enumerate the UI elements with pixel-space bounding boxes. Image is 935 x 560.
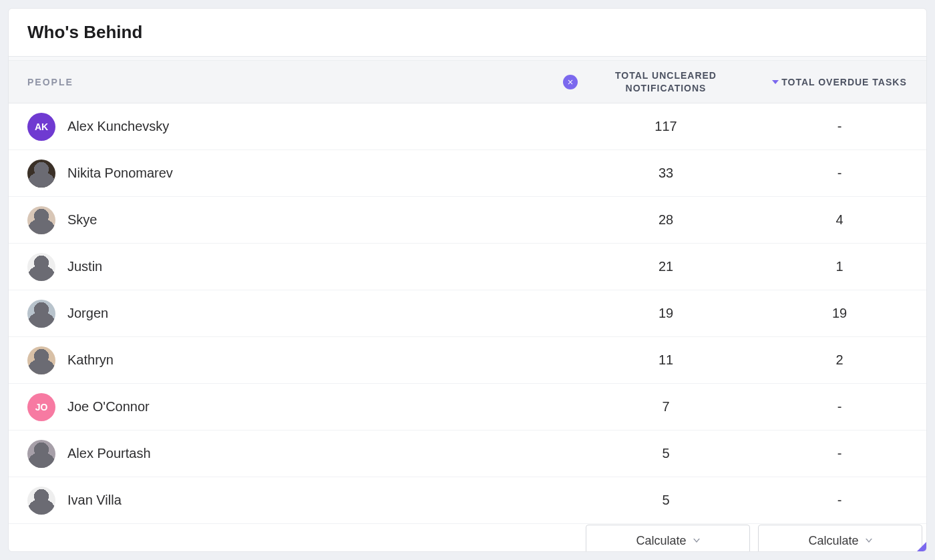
calculate-notifications-button[interactable]: Calculate [586, 525, 750, 552]
avatar[interactable] [27, 160, 55, 188]
cell-overdue: - [753, 399, 926, 414]
table-footer: Calculate Calculate [9, 524, 926, 552]
person-name: Alex Pourtash [67, 446, 151, 461]
column-header-notifications-label: TOTAL UNCLEARED NOTIFICATIONS [615, 69, 717, 93]
cell-notifications: 7 [579, 399, 753, 414]
cell-overdue: 1 [753, 259, 926, 274]
calculate-overdue-button[interactable]: Calculate [758, 525, 922, 552]
cell-overdue: - [753, 493, 926, 508]
table-row[interactable]: AKAlex Kunchevsky117- [9, 103, 926, 150]
sort-indicator: TOTAL OVERDUE TASKS [772, 76, 907, 88]
person-name: Justin [67, 259, 102, 274]
table-row[interactable]: Kathryn112 [9, 337, 926, 384]
column-header-notifications[interactable]: TOTAL UNCLEARED NOTIFICATIONS [579, 69, 753, 93]
cell-people: Alex Pourtash [9, 440, 579, 468]
card-title: Who's Behind [27, 22, 908, 43]
person-name: Joe O'Connor [67, 399, 150, 414]
cell-people: Kathryn [9, 346, 579, 374]
avatar-photo-icon [27, 160, 55, 188]
table-row[interactable]: Nikita Ponomarev33- [9, 150, 926, 197]
person-name: Kathryn [67, 352, 114, 368]
avatar-photo-icon [27, 253, 55, 281]
avatar-photo-icon [27, 487, 55, 515]
chevron-down-icon [693, 539, 700, 543]
sort-caret-down-icon [772, 80, 779, 84]
cell-people: JOJoe O'Connor [9, 393, 579, 421]
cell-overdue: 4 [753, 212, 926, 228]
cell-notifications: 28 [579, 212, 753, 228]
cell-notifications: 33 [579, 166, 753, 181]
table-row[interactable]: Alex Pourtash5- [9, 431, 926, 477]
cell-notifications: 19 [579, 306, 753, 321]
cell-notifications: 21 [579, 259, 753, 274]
resize-handle-icon[interactable] [917, 542, 926, 551]
cell-notifications: 5 [579, 446, 753, 461]
table-row[interactable]: Justin211 [9, 244, 926, 290]
avatar-photo-icon [27, 206, 55, 234]
person-name: Jorgen [67, 306, 108, 321]
close-icon [566, 78, 574, 86]
cell-notifications: 117 [579, 119, 753, 134]
avatar-photo-icon [27, 346, 55, 374]
table-header-row: PEOPLE TOTAL UNCLEARED NOTIFICATIONS TOT… [9, 61, 926, 103]
cell-overdue: 19 [753, 306, 926, 321]
cell-notifications: 11 [579, 352, 753, 368]
table-row[interactable]: Ivan Villa5- [9, 477, 926, 524]
cell-people: Nikita Ponomarev [9, 160, 579, 188]
table-row[interactable]: Jorgen1919 [9, 290, 926, 337]
avatar[interactable]: JO [27, 393, 55, 421]
cell-people: Ivan Villa [9, 487, 579, 515]
person-name: Nikita Ponomarev [67, 166, 173, 181]
avatar[interactable] [27, 440, 55, 468]
whos-behind-card: Who's Behind PEOPLE TOTAL UNCLEARED NOTI… [8, 8, 927, 552]
table-row[interactable]: Skye284 [9, 197, 926, 244]
avatar[interactable] [27, 346, 55, 374]
avatar-photo-icon [27, 300, 55, 328]
cell-notifications: 5 [579, 493, 753, 508]
person-name: Alex Kunchevsky [67, 119, 169, 134]
chevron-down-icon [866, 539, 872, 543]
avatar[interactable]: AK [27, 113, 55, 141]
avatar[interactable] [27, 487, 55, 515]
person-name: Skye [67, 212, 97, 228]
cell-people: Skye [9, 206, 579, 234]
avatar[interactable] [27, 253, 55, 281]
cell-overdue: - [753, 119, 926, 134]
table-body: AKAlex Kunchevsky117-Nikita Ponomarev33-… [9, 103, 926, 524]
cell-overdue: 2 [753, 352, 926, 368]
cell-overdue: - [753, 166, 926, 181]
avatar-photo-icon [27, 440, 55, 468]
column-header-overdue-label: TOTAL OVERDUE TASKS [781, 76, 907, 88]
column-header-people-label: PEOPLE [27, 77, 73, 87]
column-header-overdue[interactable]: TOTAL OVERDUE TASKS [753, 75, 926, 88]
cell-people: Justin [9, 253, 579, 281]
avatar[interactable] [27, 206, 55, 234]
column-header-people[interactable]: PEOPLE [9, 76, 579, 88]
cell-overdue: - [753, 446, 926, 461]
card-header: Who's Behind [9, 9, 926, 57]
remove-column-icon[interactable] [563, 75, 578, 89]
person-name: Ivan Villa [67, 493, 122, 508]
cell-people: Jorgen [9, 300, 579, 328]
table-row[interactable]: JOJoe O'Connor7- [9, 384, 926, 431]
cell-people: AKAlex Kunchevsky [9, 113, 579, 141]
avatar[interactable] [27, 300, 55, 328]
